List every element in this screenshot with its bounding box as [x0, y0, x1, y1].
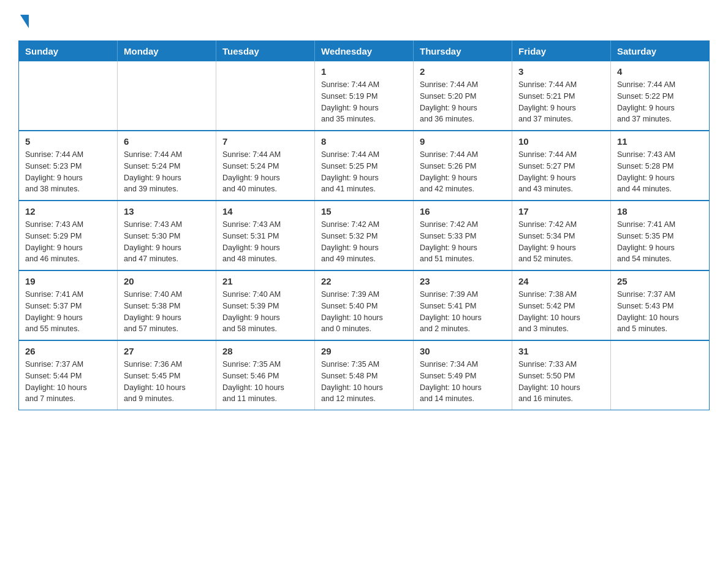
calendar-cell: 27Sunrise: 7:36 AM Sunset: 5:45 PM Dayli…	[118, 340, 216, 410]
day-info: Sunrise: 7:43 AM Sunset: 5:28 PM Dayligh…	[617, 149, 703, 195]
calendar-cell: 1Sunrise: 7:44 AM Sunset: 5:19 PM Daylig…	[315, 61, 414, 131]
logo	[18, 12, 29, 28]
calendar-cell: 24Sunrise: 7:38 AM Sunset: 5:42 PM Dayli…	[512, 270, 611, 340]
day-number: 22	[321, 276, 407, 286]
calendar-cell: 8Sunrise: 7:44 AM Sunset: 5:25 PM Daylig…	[315, 131, 414, 201]
day-number: 25	[617, 276, 703, 286]
calendar-table: SundayMondayTuesdayWednesdayThursdayFrid…	[18, 40, 710, 410]
day-info: Sunrise: 7:44 AM Sunset: 5:22 PM Dayligh…	[617, 79, 703, 125]
calendar-cell: 9Sunrise: 7:44 AM Sunset: 5:26 PM Daylig…	[414, 131, 512, 201]
calendar-cell: 17Sunrise: 7:42 AM Sunset: 5:34 PM Dayli…	[512, 201, 611, 270]
calendar-cell: 3Sunrise: 7:44 AM Sunset: 5:21 PM Daylig…	[512, 61, 611, 131]
day-number: 13	[124, 206, 210, 216]
day-info: Sunrise: 7:39 AM Sunset: 5:41 PM Dayligh…	[420, 289, 506, 335]
day-number: 28	[222, 346, 308, 356]
calendar-cell: 21Sunrise: 7:40 AM Sunset: 5:39 PM Dayli…	[216, 270, 315, 340]
day-number: 6	[124, 136, 210, 147]
day-info: Sunrise: 7:44 AM Sunset: 5:20 PM Dayligh…	[420, 79, 506, 125]
day-number: 2	[420, 66, 506, 77]
day-info: Sunrise: 7:35 AM Sunset: 5:48 PM Dayligh…	[321, 359, 407, 405]
day-number: 26	[25, 346, 111, 356]
day-info: Sunrise: 7:42 AM Sunset: 5:32 PM Dayligh…	[321, 219, 407, 265]
calendar-cell: 13Sunrise: 7:43 AM Sunset: 5:30 PM Dayli…	[118, 201, 216, 270]
day-number: 16	[420, 206, 506, 216]
day-info: Sunrise: 7:35 AM Sunset: 5:46 PM Dayligh…	[222, 359, 308, 405]
day-number: 14	[222, 206, 308, 216]
weekday-header: Friday	[512, 41, 611, 62]
day-info: Sunrise: 7:37 AM Sunset: 5:44 PM Dayligh…	[25, 359, 111, 405]
weekday-header: Saturday	[611, 41, 710, 62]
calendar-cell: 22Sunrise: 7:39 AM Sunset: 5:40 PM Dayli…	[315, 270, 414, 340]
calendar-cell: 20Sunrise: 7:40 AM Sunset: 5:38 PM Dayli…	[118, 270, 216, 340]
day-info: Sunrise: 7:44 AM Sunset: 5:23 PM Dayligh…	[25, 149, 111, 195]
calendar-cell: 26Sunrise: 7:37 AM Sunset: 5:44 PM Dayli…	[19, 340, 118, 410]
calendar-header-row: SundayMondayTuesdayWednesdayThursdayFrid…	[19, 41, 710, 62]
day-number: 19	[25, 276, 111, 286]
day-info: Sunrise: 7:33 AM Sunset: 5:50 PM Dayligh…	[518, 359, 604, 405]
calendar-cell: 5Sunrise: 7:44 AM Sunset: 5:23 PM Daylig…	[19, 131, 118, 201]
calendar-cell: 6Sunrise: 7:44 AM Sunset: 5:24 PM Daylig…	[118, 131, 216, 201]
calendar-cell: 15Sunrise: 7:42 AM Sunset: 5:32 PM Dayli…	[315, 201, 414, 270]
calendar-cell: 25Sunrise: 7:37 AM Sunset: 5:43 PM Dayli…	[611, 270, 710, 340]
day-number: 23	[420, 276, 506, 286]
day-info: Sunrise: 7:41 AM Sunset: 5:37 PM Dayligh…	[25, 289, 111, 335]
calendar-cell: 28Sunrise: 7:35 AM Sunset: 5:46 PM Dayli…	[216, 340, 315, 410]
day-info: Sunrise: 7:44 AM Sunset: 5:25 PM Dayligh…	[321, 149, 407, 195]
day-info: Sunrise: 7:34 AM Sunset: 5:49 PM Dayligh…	[420, 359, 506, 405]
day-info: Sunrise: 7:44 AM Sunset: 5:27 PM Dayligh…	[518, 149, 604, 195]
day-number: 27	[124, 346, 210, 356]
calendar-cell: 30Sunrise: 7:34 AM Sunset: 5:49 PM Dayli…	[414, 340, 512, 410]
day-number: 4	[617, 66, 703, 77]
day-number: 9	[420, 136, 506, 147]
calendar-cell: 7Sunrise: 7:44 AM Sunset: 5:24 PM Daylig…	[216, 131, 315, 201]
day-info: Sunrise: 7:43 AM Sunset: 5:31 PM Dayligh…	[222, 219, 308, 265]
calendar-cell: 14Sunrise: 7:43 AM Sunset: 5:31 PM Dayli…	[216, 201, 315, 270]
day-number: 10	[518, 136, 604, 147]
day-info: Sunrise: 7:43 AM Sunset: 5:30 PM Dayligh…	[124, 219, 210, 265]
day-info: Sunrise: 7:40 AM Sunset: 5:38 PM Dayligh…	[124, 289, 210, 335]
day-info: Sunrise: 7:41 AM Sunset: 5:35 PM Dayligh…	[617, 219, 703, 265]
day-info: Sunrise: 7:40 AM Sunset: 5:39 PM Dayligh…	[222, 289, 308, 335]
day-number: 3	[518, 66, 604, 77]
day-number: 17	[518, 206, 604, 216]
day-info: Sunrise: 7:42 AM Sunset: 5:33 PM Dayligh…	[420, 219, 506, 265]
calendar-cell: 10Sunrise: 7:44 AM Sunset: 5:27 PM Dayli…	[512, 131, 611, 201]
calendar-cell: 31Sunrise: 7:33 AM Sunset: 5:50 PM Dayli…	[512, 340, 611, 410]
day-info: Sunrise: 7:36 AM Sunset: 5:45 PM Dayligh…	[124, 359, 210, 405]
day-info: Sunrise: 7:43 AM Sunset: 5:29 PM Dayligh…	[25, 219, 111, 265]
calendar-week-row: 26Sunrise: 7:37 AM Sunset: 5:44 PM Dayli…	[19, 340, 710, 410]
day-number: 31	[518, 346, 604, 356]
day-info: Sunrise: 7:44 AM Sunset: 5:26 PM Dayligh…	[420, 149, 506, 195]
day-info: Sunrise: 7:42 AM Sunset: 5:34 PM Dayligh…	[518, 219, 604, 265]
day-info: Sunrise: 7:44 AM Sunset: 5:21 PM Dayligh…	[518, 79, 604, 125]
calendar-week-row: 12Sunrise: 7:43 AM Sunset: 5:29 PM Dayli…	[19, 201, 710, 270]
day-number: 21	[222, 276, 308, 286]
weekday-header: Sunday	[19, 41, 118, 62]
calendar-cell: 4Sunrise: 7:44 AM Sunset: 5:22 PM Daylig…	[611, 61, 710, 131]
calendar-cell: 11Sunrise: 7:43 AM Sunset: 5:28 PM Dayli…	[611, 131, 710, 201]
calendar-cell: 2Sunrise: 7:44 AM Sunset: 5:20 PM Daylig…	[414, 61, 512, 131]
day-info: Sunrise: 7:44 AM Sunset: 5:24 PM Dayligh…	[124, 149, 210, 195]
weekday-header: Wednesday	[315, 41, 414, 62]
calendar-cell: 12Sunrise: 7:43 AM Sunset: 5:29 PM Dayli…	[19, 201, 118, 270]
calendar-week-row: 1Sunrise: 7:44 AM Sunset: 5:19 PM Daylig…	[19, 61, 710, 131]
day-number: 12	[25, 206, 111, 216]
calendar-cell	[19, 61, 118, 131]
day-number: 30	[420, 346, 506, 356]
day-number: 11	[617, 136, 703, 147]
day-info: Sunrise: 7:44 AM Sunset: 5:24 PM Dayligh…	[222, 149, 308, 195]
day-number: 5	[25, 136, 111, 147]
day-info: Sunrise: 7:44 AM Sunset: 5:19 PM Dayligh…	[321, 79, 407, 125]
day-number: 20	[124, 276, 210, 286]
day-number: 29	[321, 346, 407, 356]
calendar-cell: 19Sunrise: 7:41 AM Sunset: 5:37 PM Dayli…	[19, 270, 118, 340]
calendar-cell: 23Sunrise: 7:39 AM Sunset: 5:41 PM Dayli…	[414, 270, 512, 340]
logo-arrow-icon	[20, 15, 29, 28]
calendar-cell: 16Sunrise: 7:42 AM Sunset: 5:33 PM Dayli…	[414, 201, 512, 270]
day-info: Sunrise: 7:37 AM Sunset: 5:43 PM Dayligh…	[617, 289, 703, 335]
day-number: 8	[321, 136, 407, 147]
calendar-cell: 18Sunrise: 7:41 AM Sunset: 5:35 PM Dayli…	[611, 201, 710, 270]
day-info: Sunrise: 7:39 AM Sunset: 5:40 PM Dayligh…	[321, 289, 407, 335]
day-number: 24	[518, 276, 604, 286]
day-number: 1	[321, 66, 407, 77]
